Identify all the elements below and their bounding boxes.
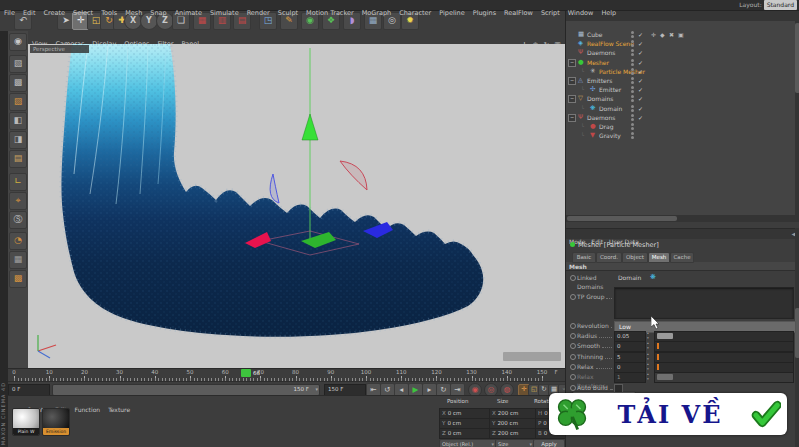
menu-sculpt[interactable]: Sculpt: [274, 8, 302, 18]
anim-dot[interactable]: [570, 374, 576, 380]
apply-button[interactable]: Apply: [533, 439, 565, 447]
relax-iterations-stepper[interactable]: ▴ ▾: [645, 372, 651, 381]
radius-stepper[interactable]: ▴ ▾: [645, 331, 651, 340]
tree-row-emitter[interactable]: ✣└Emitter✓: [566, 85, 795, 94]
menu-character[interactable]: Character: [395, 8, 435, 18]
tab-object[interactable]: Object: [622, 252, 648, 263]
phong-tag-icon[interactable]: ✛: [651, 30, 656, 39]
layout-selector[interactable]: Standard: [764, 0, 797, 10]
smooth-stepper[interactable]: ▴ ▾: [645, 341, 651, 350]
coord-mode-dropdown[interactable]: Object (Rel.)▾: [439, 439, 497, 447]
tree-row-domain[interactable]: ❋└Domain✓: [566, 104, 795, 113]
model-mode-icon[interactable]: ▧: [9, 55, 27, 73]
material-menu-function[interactable]: Function: [71, 405, 105, 414]
viewport-canvas[interactable]: Perspective: [28, 44, 565, 368]
enabled-check-icon[interactable]: ✓: [638, 94, 643, 103]
visibility-dot-top[interactable]: [631, 123, 634, 126]
om-vertical-scrollbar[interactable]: [795, 21, 799, 215]
relax-stepper[interactable]: ▴ ▾: [645, 362, 651, 371]
timeline-ruler[interactable]: 0102030405060708090100110120130140150F 6…: [8, 368, 565, 382]
axis-tag-icon[interactable]: ◆: [660, 30, 665, 39]
visibility-dot-bottom[interactable]: [631, 127, 634, 130]
linked-domains-value[interactable]: Domain: [618, 273, 641, 282]
menu-mograph[interactable]: MoGraph: [358, 8, 396, 18]
coord-position-z[interactable]: Z0 cm: [439, 428, 491, 439]
tree-row-daemons[interactable]: −ΨDaemons✓: [566, 113, 795, 122]
menu-render[interactable]: Render: [243, 8, 274, 18]
visibility-dot-top[interactable]: [631, 59, 634, 62]
enabled-check-icon[interactable]: ✓: [638, 104, 643, 113]
anim-dot[interactable]: [570, 354, 576, 360]
visibility-dot-bottom[interactable]: [631, 63, 634, 66]
visibility-dot-bottom[interactable]: [631, 99, 634, 102]
timeline-playhead[interactable]: [241, 369, 251, 377]
menu-create[interactable]: Create: [39, 8, 69, 18]
tab-cache[interactable]: Cache: [670, 252, 694, 263]
download-watermark[interactable]: TẢI VỀ: [549, 393, 787, 435]
visibility-dot-bottom[interactable]: [631, 136, 634, 139]
material-emission[interactable]: Emission: [42, 408, 70, 436]
anim-dot[interactable]: [570, 294, 576, 300]
tree-row-mesher[interactable]: −●Mesher✓: [566, 58, 795, 67]
anim-dot[interactable]: [570, 333, 576, 339]
smooth-value[interactable]: 0: [614, 341, 646, 352]
visibility-dot-top[interactable]: [631, 95, 634, 98]
menu-realflow[interactable]: RealFlow: [500, 8, 537, 18]
enabled-check-icon[interactable]: ✓: [638, 85, 643, 94]
expand-toggle[interactable]: −: [568, 77, 576, 85]
visibility-dot-bottom[interactable]: [631, 53, 634, 56]
visibility-dot-top[interactable]: [631, 86, 634, 89]
relax-iterations-slider[interactable]: [654, 372, 794, 383]
enabled-check-icon[interactable]: ✓: [638, 76, 643, 85]
object-mode-icon[interactable]: ▤: [9, 150, 27, 168]
menu-motion-tracker[interactable]: Motion Tracker: [302, 8, 358, 18]
anim-dot[interactable]: [570, 343, 576, 349]
expand-toggle[interactable]: −: [568, 95, 576, 103]
menu-edit[interactable]: Edit: [19, 8, 40, 18]
visibility-dot-bottom[interactable]: [631, 90, 634, 93]
visibility-dot-top[interactable]: [631, 105, 634, 108]
menu-pipeline[interactable]: Pipeline: [435, 8, 468, 18]
tree-row-realflow-scene[interactable]: ◈RealFlow Scene✓: [566, 39, 795, 48]
om-horizontal-scrollbar[interactable]: [566, 215, 799, 222]
menu-help[interactable]: Help: [597, 8, 620, 18]
tree-row-particle-mesher[interactable]: ✳└Particle Mesher✓: [566, 67, 795, 76]
visibility-dot-bottom[interactable]: [631, 118, 634, 121]
tree-row-domains[interactable]: −▽Domains✓: [566, 94, 795, 103]
visibility-dot-top[interactable]: [631, 132, 634, 135]
visibility-dot-bottom[interactable]: [631, 109, 634, 112]
polygons-mode-icon[interactable]: ◨: [9, 131, 27, 149]
tab-mesh[interactable]: Mesh: [648, 252, 670, 263]
material-menu-texture[interactable]: Texture: [104, 405, 134, 414]
anim-dot[interactable]: [570, 364, 576, 370]
visibility-dot-top[interactable]: [631, 68, 634, 71]
menu-simulate[interactable]: Simulate: [206, 8, 243, 18]
range-dropdown-arrow[interactable]: ▾: [315, 385, 318, 394]
delete-tag-icon[interactable]: ✖: [669, 30, 674, 39]
tp-group-listbox[interactable]: [614, 287, 794, 319]
enabled-check-icon[interactable]: ✓: [638, 67, 643, 76]
menu-plugins[interactable]: Plugins: [469, 8, 500, 18]
edges-mode-icon[interactable]: ◧: [9, 112, 27, 130]
relax-iterations-slider-handle[interactable]: [657, 374, 673, 380]
enabled-check-icon[interactable]: ✓: [638, 48, 643, 57]
smooth-slider[interactable]: [654, 341, 794, 352]
menu-snap[interactable]: Snap: [146, 8, 170, 18]
display-tag-icon[interactable]: ▣: [678, 30, 684, 39]
snap-mouse-icon[interactable]: ⌖: [9, 192, 27, 210]
relax-iterations-value[interactable]: 1: [614, 372, 646, 383]
am-vertical-scrollbar[interactable]: [795, 228, 799, 447]
enabled-check-icon[interactable]: ✓: [638, 30, 643, 39]
workplane-mode-icon[interactable]: ▨: [9, 93, 27, 111]
visibility-dot-top[interactable]: [631, 114, 634, 117]
visibility-dot-top[interactable]: [631, 49, 634, 52]
coord-size-z[interactable]: Z200 cm: [489, 428, 537, 439]
magnet-snap-icon[interactable]: ◔: [9, 232, 27, 250]
visibility-dot-bottom[interactable]: [631, 81, 634, 84]
enabled-check-icon[interactable]: ✓: [638, 39, 643, 48]
tree-row-cube[interactable]: ▦Cube✓✛◆✖▣: [566, 30, 795, 39]
tree-row-drag[interactable]: ●└Drag: [566, 122, 795, 131]
workplane-snap-icon[interactable]: ▩: [9, 270, 27, 288]
expand-toggle[interactable]: −: [568, 59, 576, 67]
visibility-dot-top[interactable]: [631, 77, 634, 80]
